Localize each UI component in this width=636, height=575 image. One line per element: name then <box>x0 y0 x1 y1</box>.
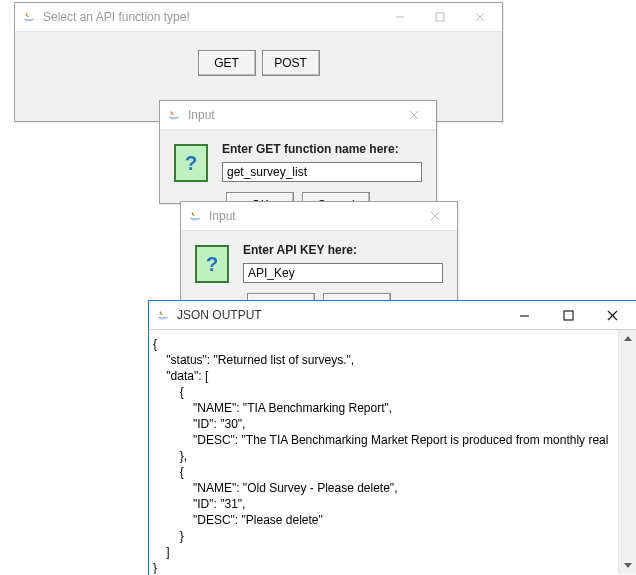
maximize-button[interactable] <box>420 3 460 31</box>
dialog2-title: Input <box>209 209 415 223</box>
minimize-button[interactable] <box>380 3 420 31</box>
dialog1-label: Enter GET function name here: <box>222 142 422 156</box>
java-icon <box>187 208 203 224</box>
main-window-controls <box>380 3 500 31</box>
input-dialog-2: Input ? Enter API KEY here: API_Key OK C… <box>180 201 458 303</box>
maximize-button[interactable] <box>546 301 590 329</box>
json-output-text[interactable]: { "status": "Returned list of surveys.",… <box>149 330 618 574</box>
scroll-up-arrow[interactable] <box>619 330 636 347</box>
close-button[interactable] <box>415 202 455 230</box>
question-icon: ? <box>195 245 229 283</box>
java-icon <box>155 307 171 323</box>
dialog1-titlebar: Input <box>160 101 436 130</box>
close-button[interactable] <box>460 3 500 31</box>
post-button[interactable]: POST <box>262 50 320 76</box>
close-button[interactable] <box>394 101 434 129</box>
dialog1-title: Input <box>188 108 394 122</box>
dialog2-label: Enter API KEY here: <box>243 243 443 257</box>
close-button[interactable] <box>590 301 634 329</box>
svg-marker-12 <box>624 336 632 341</box>
minimize-button[interactable] <box>502 301 546 329</box>
output-titlebar: JSON OUTPUT <box>149 301 636 330</box>
svg-rect-1 <box>436 13 444 21</box>
java-icon <box>21 9 37 25</box>
main-title: Select an API function type! <box>43 10 380 24</box>
svg-marker-13 <box>624 563 632 568</box>
get-button[interactable]: GET <box>198 50 256 76</box>
main-titlebar: Select an API function type! <box>15 3 502 32</box>
input-dialog-1: Input ? Enter GET function name here: ge… <box>159 100 437 204</box>
output-title: JSON OUTPUT <box>177 308 502 322</box>
output-window: JSON OUTPUT { "status": "Returned list o… <box>148 300 636 575</box>
function-name-input[interactable]: get_survey_list <box>222 162 422 182</box>
java-icon <box>166 107 182 123</box>
question-icon: ? <box>174 144 208 182</box>
scroll-down-arrow[interactable] <box>619 557 636 574</box>
api-key-input[interactable]: API_Key <box>243 263 443 283</box>
svg-rect-9 <box>564 311 573 320</box>
vertical-scrollbar[interactable] <box>618 330 636 574</box>
dialog2-titlebar: Input <box>181 202 457 231</box>
